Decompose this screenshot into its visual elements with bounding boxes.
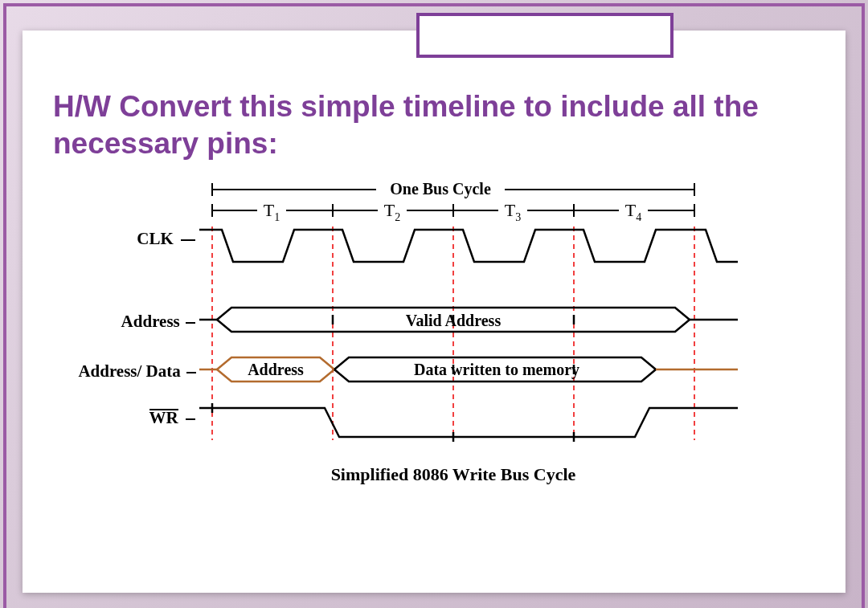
title-placeholder-box: [416, 13, 674, 58]
diagram-caption: Simplified 8086 Write Bus Cycle: [331, 464, 576, 484]
t2-label: T2: [384, 200, 400, 223]
timing-svg: One Bus Cycle T1 T2 T3 T4: [79, 175, 738, 496]
bus-cycle-label: One Bus Cycle: [390, 180, 491, 198]
clk-wave: [199, 230, 738, 262]
slide-card: H/W Convert this simple timeline to incl…: [23, 31, 845, 593]
timing-diagram: CLK Address Address/ Data WR: [79, 175, 738, 496]
label-address-data: Address/ Data: [35, 361, 196, 382]
label-clk: CLK: [71, 229, 195, 249]
t3-label: T3: [505, 200, 521, 223]
t-state-spans: [212, 204, 694, 217]
slide-heading: H/W Convert this simple timeline to incl…: [53, 88, 821, 163]
ad-data-text: Data written to memory: [414, 361, 579, 379]
valid-address-text: Valid Address: [406, 312, 502, 329]
label-wr: WR: [71, 408, 195, 428]
t1-label: T1: [264, 200, 280, 223]
ad-address-text: Address: [248, 361, 304, 378]
t4-label: T4: [625, 200, 641, 223]
wr-wave: [199, 408, 738, 437]
label-address: Address: [71, 312, 195, 332]
